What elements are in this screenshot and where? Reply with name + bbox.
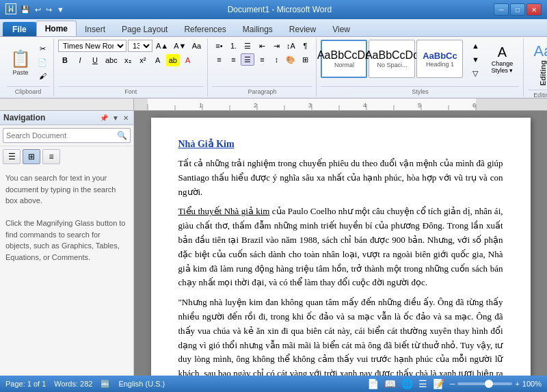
tab-mailings[interactable]: Mailings — [235, 22, 281, 36]
zoom-slider[interactable] — [457, 382, 512, 385]
increase-indent-button[interactable]: ⇥ — [269, 40, 283, 52]
editing-icon: Aa — [533, 42, 547, 60]
align-right-button[interactable]: ≡ — [255, 53, 269, 66]
cut-icon: ✂ — [40, 44, 46, 53]
font-family-select[interactable]: Times New Rom — [58, 40, 126, 52]
line-spacing-button[interactable]: ↕ — [269, 53, 283, 66]
cut-button[interactable]: ✂ — [36, 42, 49, 55]
svg-text:5: 5 — [418, 102, 421, 109]
decrease-font-button[interactable]: A▼ — [172, 40, 188, 52]
window-controls: ─ □ ✕ — [494, 3, 542, 16]
shading-button[interactable]: 🎨 — [284, 53, 297, 66]
status-bar: Page: 1 of 1 Words: 282 🔤 English (U.S.)… — [0, 376, 547, 392]
decrease-indent-button[interactable]: ⇤ — [255, 40, 269, 52]
paste-label: Paste — [12, 69, 28, 76]
change-styles-button[interactable]: A ChangeStyles ▾ — [485, 40, 519, 78]
ruler-svg: 1 2 3 4 5 6 — [134, 99, 547, 110]
copy-button[interactable]: 📄 — [36, 56, 49, 68]
document-area[interactable]: Nhà Giả Kim Tất cả những trải nghiệm tro… — [134, 111, 547, 376]
styles-up-button[interactable]: ▲ — [468, 40, 482, 52]
nav-view-buttons: ☰ ⊞ ≡ — [0, 146, 133, 167]
style-heading1-box[interactable]: AaBbCc Heading 1 — [416, 40, 463, 78]
undo-quick-button[interactable]: ↩ — [34, 5, 42, 14]
nav-close-button[interactable]: ✕ — [122, 114, 130, 122]
styles-more-button[interactable]: ▽ — [468, 67, 482, 79]
styles-content: AaBbCcDd Normal AaBbCcDd No Spaci... AaB… — [321, 40, 519, 85]
paragraph-content: ≡• 1. ☰ ⇤ ⇥ ↕A ¶ ≡ ≡ ☰ ≡ ↕ 🎨 ⊞ — [212, 40, 312, 85]
redo-quick-button[interactable]: ↪ — [44, 5, 53, 14]
minimize-button[interactable]: ─ — [494, 3, 509, 16]
superscript-button[interactable]: x² — [136, 54, 150, 66]
tab-view[interactable]: View — [324, 22, 358, 36]
clear-format-button[interactable]: Aa — [189, 40, 203, 52]
font-color-button[interactable]: A — [181, 54, 195, 66]
nav-menu-button[interactable]: ▼ — [111, 114, 120, 122]
view-normal-button[interactable]: 📄 — [367, 378, 379, 389]
view-web-button[interactable]: 🌐 — [401, 378, 413, 389]
search-input[interactable] — [6, 131, 114, 140]
zoom-in-button[interactable]: + — [515, 380, 519, 388]
show-hide-button[interactable]: ¶ — [298, 40, 312, 52]
editing-panel: Aa Editing — [528, 40, 547, 88]
highlight-button[interactable]: ab — [166, 54, 180, 66]
align-center-button[interactable]: ≡ — [226, 53, 240, 66]
nav-browse-headings-button[interactable]: ☰ — [3, 149, 21, 164]
bullets-button[interactable]: ≡• — [212, 40, 226, 52]
bold-button[interactable]: B — [58, 54, 72, 66]
search-icon[interactable]: 🔍 — [117, 131, 127, 140]
subscript-button[interactable]: x₂ — [121, 54, 135, 66]
main-area: Navigation 📌 ▼ ✕ 🔍 ☰ ⊞ ≡ You can search … — [0, 111, 547, 376]
doc-underline-span: Tiểu thuyết Nhà giả kim — [178, 206, 270, 216]
clipboard-label: Clipboard — [7, 86, 49, 95]
tab-file[interactable]: File — [3, 22, 36, 36]
sort-button[interactable]: ↕A — [284, 40, 297, 52]
style-heading1-preview: AaBbCc — [423, 51, 457, 61]
align-justify-button[interactable]: ☰ — [241, 53, 254, 66]
styles-label: Styles — [321, 86, 519, 95]
nav-browse-pages-button[interactable]: ⊞ — [23, 149, 40, 164]
nav-pin-button[interactable]: 📌 — [98, 114, 109, 122]
font-content: Times New Rom 13 A▲ A▼ Aa B I U abc x₂ x… — [58, 40, 203, 85]
style-heading1-label: Heading 1 — [426, 61, 454, 68]
text-effects-button[interactable]: A — [151, 54, 165, 66]
save-quick-button[interactable]: 💾 — [19, 5, 31, 14]
navigation-title: Navigation — [3, 113, 45, 122]
paragraph-group: ≡• 1. ☰ ⇤ ⇥ ↕A ¶ ≡ ≡ ☰ ≡ ↕ 🎨 ⊞ Paragraph — [208, 38, 317, 96]
style-nospacing-box[interactable]: AaBbCcDd No Spaci... — [369, 40, 415, 78]
view-draft-button[interactable]: 📝 — [433, 378, 444, 389]
maximize-button[interactable]: □ — [510, 3, 525, 16]
zoom-out-button[interactable]: ─ — [450, 380, 455, 388]
format-painter-button[interactable]: 🖌 — [36, 70, 49, 82]
tab-insert[interactable]: Insert — [77, 22, 114, 36]
increase-font-button[interactable]: A▲ — [154, 40, 170, 52]
zoom-thumb — [485, 380, 493, 388]
tab-references[interactable]: References — [176, 22, 234, 36]
numbering-button[interactable]: 1. — [226, 40, 240, 52]
view-reading-button[interactable]: 📖 — [384, 378, 396, 389]
format-painter-icon: 🖌 — [39, 72, 46, 80]
document-page: Nhà Giả Kim Tất cả những trải nghiệm tro… — [151, 118, 531, 376]
paste-button[interactable]: 📋 Paste — [7, 43, 34, 81]
tab-page-layout[interactable]: Page Layout — [114, 22, 176, 36]
align-left-button[interactable]: ≡ — [212, 53, 226, 66]
font-size-select[interactable]: 13 — [128, 40, 152, 52]
borders-button[interactable]: ⊞ — [298, 53, 312, 66]
strikethrough-button[interactable]: abc — [103, 54, 120, 66]
more-quick-button[interactable]: ▼ — [55, 5, 66, 14]
multilevel-button[interactable]: ☰ — [241, 40, 254, 52]
page-info: Page: 1 of 1 — [5, 380, 46, 388]
tab-review[interactable]: Review — [281, 22, 324, 36]
style-normal-preview: AaBbCcDd — [317, 49, 371, 62]
document-body[interactable]: Tất cả những trải nghiệm trong chuyến ph… — [178, 157, 503, 376]
close-button[interactable]: ✕ — [526, 3, 542, 16]
zoom-level-label: 100% — [522, 380, 542, 388]
underline-button[interactable]: U — [88, 54, 102, 66]
nav-browse-results-button[interactable]: ≡ — [42, 149, 60, 164]
style-normal-box[interactable]: AaBbCcDd Normal — [321, 40, 367, 78]
tab-home[interactable]: Home — [36, 21, 77, 36]
zoom-control: ─ + 100% — [450, 380, 542, 388]
view-outline-button[interactable]: ☰ — [418, 378, 427, 389]
nav-info-text-content: You can search for text in your document… — [5, 174, 125, 261]
styles-down-button[interactable]: ▼ — [468, 53, 482, 66]
italic-button[interactable]: I — [73, 54, 87, 66]
